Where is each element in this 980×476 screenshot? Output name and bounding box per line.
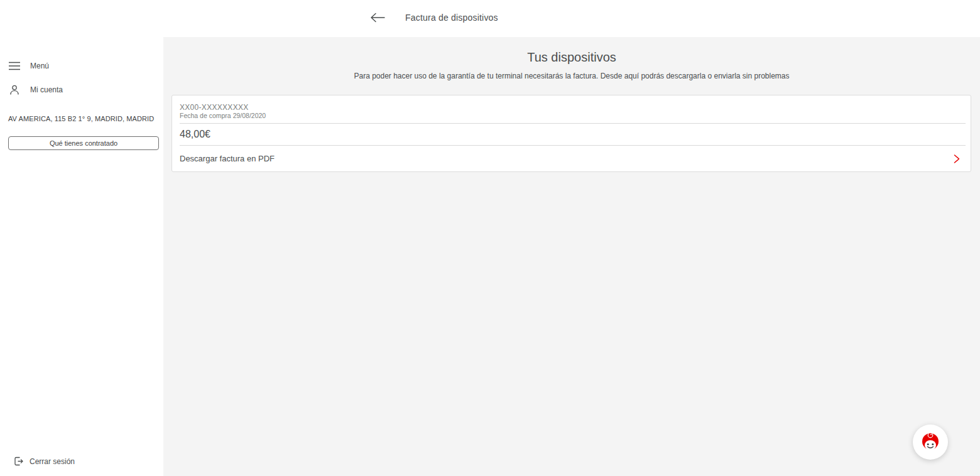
sidebar-item-menu[interactable]: Menú — [9, 62, 49, 70]
app-window: Factura de dispositivos Menú — [0, 0, 980, 476]
page-header-title: Factura de dispositivos — [405, 13, 498, 23]
sidebar-item-my-account[interactable]: Mi cuenta — [9, 84, 63, 95]
page-subtitle: Para poder hacer uso de la garantía de t… — [163, 72, 980, 80]
contracted-services-button[interactable]: Qué tienes contratado — [8, 136, 159, 150]
device-price: 48,00€ — [180, 129, 210, 140]
account-address: AV AMERICA, 115 B2 1° 9, MADRID, MADRID — [8, 115, 160, 122]
download-invoice-label: Descargar factura en PDF — [180, 154, 275, 163]
menu-label: Menú — [30, 62, 49, 70]
my-account-label: Mi cuenta — [30, 85, 63, 94]
hamburger-menu-icon — [9, 62, 20, 70]
chevron-right-icon — [952, 153, 961, 165]
download-invoice-pdf-row[interactable]: Descargar factura en PDF — [172, 146, 971, 172]
divider — [180, 123, 966, 124]
tobi-chat-button[interactable] — [913, 425, 948, 460]
tobi-assistant-icon — [918, 430, 942, 454]
device-purchase-date: Fecha de compra 29/08/2020 — [180, 112, 266, 119]
page-title: Tus dispositivos — [163, 50, 980, 65]
logout-button[interactable]: Cerrar sesión — [13, 456, 75, 467]
sidebar: Menú Mi cuenta AV AMERICA, 115 B2 1° 9, … — [0, 0, 163, 476]
top-header: Factura de dispositivos — [0, 0, 980, 37]
back-arrow-icon[interactable] — [369, 12, 386, 23]
person-icon — [9, 84, 20, 95]
main-content: Tus dispositivos Para poder hacer uso de… — [163, 37, 980, 476]
device-invoice-card: XX00-XXXXXXXXX Fecha de compra 29/08/202… — [172, 95, 971, 172]
device-serial: XX00-XXXXXXXXX — [180, 103, 249, 112]
arrow-left-icon — [369, 12, 386, 23]
logout-label: Cerrar sesión — [30, 457, 75, 466]
logout-icon — [13, 456, 24, 467]
